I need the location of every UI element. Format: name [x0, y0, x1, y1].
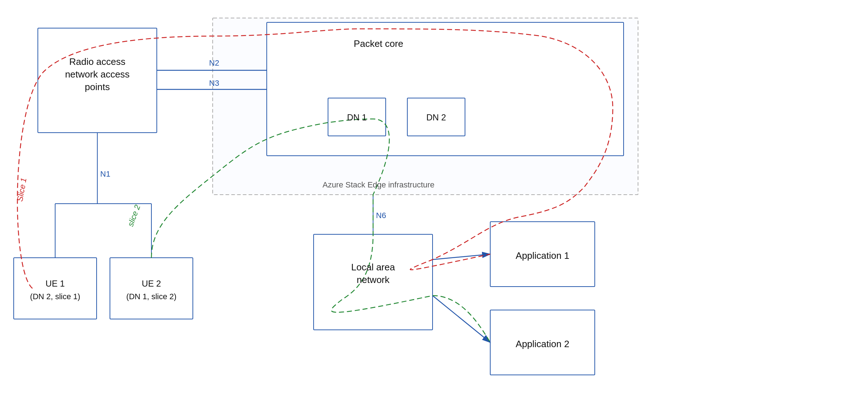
n2-label: N2 [209, 58, 219, 67]
ran-box [38, 28, 157, 133]
ue1-label: UE 1 [45, 279, 65, 288]
slice2-label: slice 2 [126, 204, 142, 228]
lan-label2: network [356, 274, 390, 285]
ue1-box [14, 258, 97, 319]
azure-label: Azure Stack Edge infrastructure [323, 180, 435, 189]
n3-label: N3 [209, 79, 219, 88]
n1-label: N1 [100, 169, 110, 178]
app2-label: Application 2 [516, 338, 570, 349]
app1-label: Application 1 [516, 250, 570, 261]
lan-to-app1-line [433, 254, 490, 260]
n6-label: N6 [376, 211, 386, 220]
ue2-label: UE 2 [142, 279, 161, 288]
dn2-label: DN 2 [426, 112, 446, 122]
slice1-label: Slice 1 [15, 177, 28, 202]
dn1-label: DN 1 [347, 112, 367, 122]
ue2-box [110, 258, 193, 319]
packet-core-label: Packet core [354, 38, 403, 49]
ran-label: Radio access [69, 56, 125, 67]
ran-label2: network access [65, 69, 129, 80]
lan-to-app2-line [433, 296, 490, 342]
lan-label: Local area [351, 262, 395, 273]
ue2-sublabel: (DN 1, slice 2) [126, 292, 176, 301]
ran-label3: points [85, 81, 110, 92]
ue1-sublabel: (DN 2, slice 1) [30, 292, 80, 301]
